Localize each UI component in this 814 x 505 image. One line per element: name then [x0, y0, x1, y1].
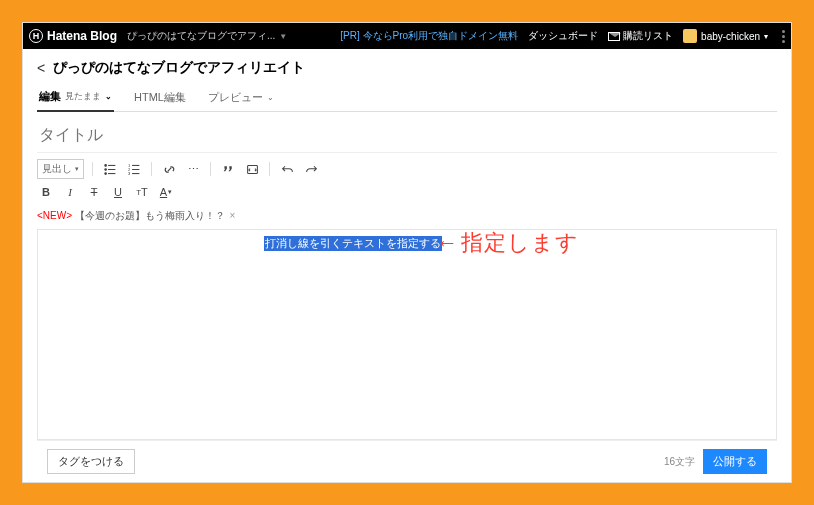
title-input[interactable] [37, 118, 777, 153]
toolbar-row-2: B I T U TT A▾ [37, 183, 777, 201]
tab-html[interactable]: HTML編集 [132, 85, 188, 111]
tab-preview[interactable]: プレビュー ⌄ [206, 85, 276, 111]
svg-point-4 [104, 172, 106, 174]
tab-edit-label: 編集 [39, 89, 61, 104]
ul-icon[interactable] [101, 160, 119, 178]
mail-icon [608, 32, 620, 41]
brand-text: Hatena Blog [47, 29, 117, 43]
chevron-down-icon: ▾ [75, 165, 79, 173]
chevron-down-icon: ▾ [168, 188, 172, 196]
code-icon[interactable] [243, 160, 261, 178]
separator [269, 162, 270, 176]
quote-icon[interactable] [219, 160, 237, 178]
notice-bar: <NEW> 【今週のお題】もう梅雨入り！？ × [37, 209, 777, 223]
content: < ぴっぴのはてなブログでアフィリエイト 編集 見たまま ⌄ HTML編集 プレ… [23, 49, 791, 482]
more-icon[interactable]: ⋯ [184, 160, 202, 178]
italic-button[interactable]: I [61, 183, 79, 201]
toolbar-row-1: 見出し ▾ 123 ⋯ [37, 159, 777, 179]
bold-button[interactable]: B [37, 183, 55, 201]
svg-text:3: 3 [128, 171, 131, 176]
ol-icon[interactable]: 123 [125, 160, 143, 178]
dashboard-link[interactable]: ダッシュボード [528, 29, 598, 43]
editor-tabs: 編集 見たまま ⌄ HTML編集 プレビュー ⌄ [37, 85, 777, 112]
link-icon[interactable] [160, 160, 178, 178]
separator [151, 162, 152, 176]
deliver-label: 購読リスト [623, 29, 673, 43]
color-button[interactable]: A▾ [157, 183, 175, 201]
app-window: H Hatena Blog ぴっぴのはてなブログでアフィ... ▼ [PR] 今… [22, 22, 792, 483]
redo-icon[interactable] [302, 160, 320, 178]
back-button[interactable]: < [37, 60, 45, 76]
more-menu-icon[interactable] [782, 30, 785, 43]
undo-icon[interactable] [278, 160, 296, 178]
chevron-down-icon: ⌄ [105, 92, 112, 101]
username: baby-chicken [701, 31, 760, 42]
header-row: < ぴっぴのはてなブログでアフィリエイト [37, 59, 777, 77]
fontsize-button[interactable]: TT [133, 183, 151, 201]
tab-edit[interactable]: 編集 見たまま ⌄ [37, 85, 114, 112]
tag-button[interactable]: タグをつける [47, 449, 135, 474]
new-badge: <NEW> [37, 210, 72, 221]
heading-select[interactable]: 見出し ▾ [37, 159, 84, 179]
notice-text[interactable]: 【今週のお題】もう梅雨入り！？ [75, 210, 225, 221]
chevron-down-icon: ▾ [764, 32, 768, 41]
underline-button[interactable]: U [109, 183, 127, 201]
editor-area[interactable]: 打消し線を引くテキストを指定する ← 指定します [37, 229, 777, 440]
svg-point-0 [104, 164, 106, 166]
page-title: ぴっぴのはてなブログでアフィリエイト [53, 59, 305, 77]
avatar [683, 29, 697, 43]
publish-button[interactable]: 公開する [703, 449, 767, 474]
blog-subtitle[interactable]: ぴっぴのはてなブログでアフィ... [127, 29, 275, 43]
brand[interactable]: H Hatena Blog [29, 29, 117, 43]
arrow-left-icon: ← [436, 230, 459, 256]
topbar: H Hatena Blog ぴっぴのはてなブログでアフィ... ▼ [PR] 今… [23, 23, 791, 49]
chevron-down-icon: ⌄ [267, 93, 274, 102]
footer: タグをつける 16文字 公開する [37, 440, 777, 482]
topbar-right: [PR] 今ならPro利用で独自ドメイン無料 ダッシュボード 購読リスト bab… [340, 29, 785, 43]
hatena-icon: H [29, 29, 43, 43]
char-count: 16文字 [664, 455, 695, 469]
chevron-down-icon[interactable]: ▼ [279, 32, 287, 41]
deliver-link[interactable]: 購読リスト [608, 29, 673, 43]
annotation: ← 指定します [436, 228, 579, 258]
strike-button[interactable]: T [85, 183, 103, 201]
separator [210, 162, 211, 176]
pr-link[interactable]: [PR] 今ならPro利用で独自ドメイン無料 [340, 29, 518, 43]
svg-point-2 [104, 168, 106, 170]
toolbar: 見出し ▾ 123 ⋯ B I T U T [37, 159, 777, 201]
tab-preview-label: プレビュー [208, 90, 263, 105]
separator [92, 162, 93, 176]
annotation-text: 指定します [461, 228, 579, 258]
selected-text[interactable]: 打消し線を引くテキストを指定する [264, 236, 442, 251]
heading-label: 見出し [42, 162, 72, 176]
user-menu[interactable]: baby-chicken ▾ [683, 29, 768, 43]
close-icon[interactable]: × [230, 210, 236, 221]
tab-edit-sub: 見たまま [65, 90, 101, 103]
